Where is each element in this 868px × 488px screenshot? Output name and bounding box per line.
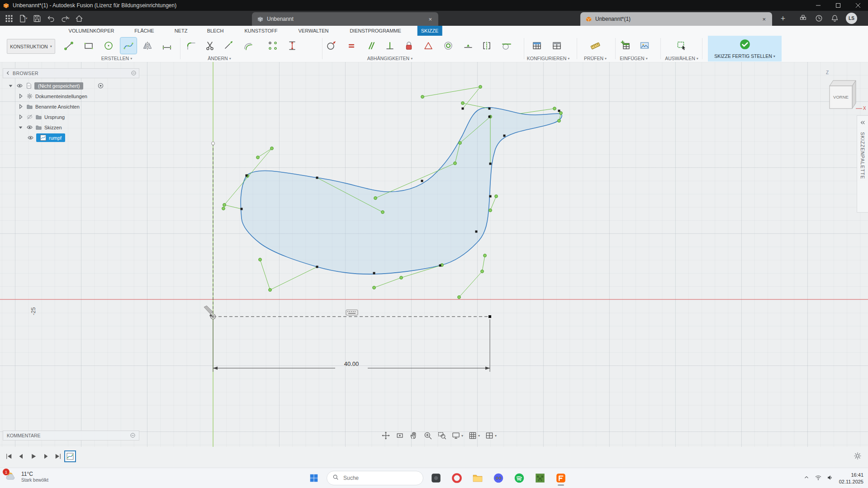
skip-start-button[interactable] — [5, 452, 14, 461]
tri-closed-icon[interactable] — [17, 114, 24, 120]
viewcube[interactable]: VORNEZX — [822, 67, 866, 116]
tri-open-icon[interactable] — [17, 124, 24, 131]
ribbon-tab-verwalten[interactable]: VERWALTEN — [294, 26, 332, 36]
chevron-up-icon[interactable] — [803, 474, 810, 483]
ribbon-tab-kunststoff[interactable]: KUNSTSTOFF — [241, 26, 281, 36]
search-input[interactable] — [342, 474, 403, 482]
discord-app-icon[interactable] — [490, 470, 507, 486]
close-button[interactable] — [848, 0, 868, 11]
fillet-tool-button[interactable] — [183, 38, 199, 54]
symmetry-constraint-button[interactable] — [479, 38, 495, 54]
document-tab[interactable]: Unbenannt× — [252, 12, 438, 26]
viewports-button[interactable]: ▾ — [485, 431, 497, 440]
taskbar-clock[interactable]: 16:41 02.11.2025 — [839, 472, 863, 485]
home-button[interactable] — [73, 12, 85, 24]
rect-tool-button[interactable] — [81, 38, 97, 54]
radio-icon[interactable] — [97, 82, 104, 89]
skip-end-button[interactable] — [53, 452, 62, 461]
tri-closed-icon[interactable] — [17, 103, 24, 110]
start-button[interactable] — [306, 470, 322, 486]
step-forward-button[interactable] — [41, 452, 50, 461]
minimize-button[interactable] — [808, 0, 828, 11]
file-explorer-app-icon[interactable] — [470, 470, 486, 486]
fix-constraint-button[interactable] — [420, 38, 436, 54]
row-label[interactable]: (Nicht gespeichert) — [34, 82, 83, 90]
group-label-prüfen[interactable]: PRÜFEN▾ — [584, 56, 607, 61]
document-tab[interactable]: Unbenannt*(1)× — [580, 12, 772, 26]
perpendicular-constraint-button[interactable] — [382, 38, 398, 54]
fit-button[interactable] — [395, 431, 404, 440]
play-button[interactable] — [29, 452, 38, 461]
minus-circle-icon[interactable] — [130, 433, 135, 439]
browser-row-ursprung[interactable]: Ursprung — [3, 112, 139, 122]
save-button[interactable] — [31, 12, 43, 24]
zoom-window-button[interactable] — [437, 431, 446, 440]
dim-tool-button[interactable] — [284, 38, 300, 54]
lock-constraint-button[interactable] — [401, 38, 417, 54]
eye-icon[interactable] — [16, 82, 23, 89]
ribbon-tab-fläche[interactable]: FLÄCHE — [131, 26, 157, 36]
tri-closed-icon[interactable] — [17, 93, 24, 99]
construction-dropdown[interactable]: KONSTRUKTION ▾ — [7, 39, 55, 54]
user-avatar[interactable]: LS — [846, 13, 857, 24]
group-label-abhängigkeiten[interactable]: ABHÄNGIGKEITEN▾ — [367, 56, 413, 61]
minecraft-app-icon[interactable] — [532, 470, 548, 486]
close-icon[interactable]: × — [427, 16, 433, 23]
sketch-icon[interactable] — [40, 134, 47, 141]
extensions-button[interactable] — [797, 12, 809, 24]
twopoint-tool-button[interactable] — [159, 38, 175, 54]
trim-tool-button[interactable] — [202, 38, 218, 54]
pattern-tool-button[interactable] — [265, 38, 281, 54]
select-tool-button[interactable] — [674, 38, 690, 54]
browser-row-rumpf[interactable]: rumpf — [3, 133, 139, 143]
group-label-konfigurieren[interactable]: KONFIGURIEREN▾ — [527, 56, 570, 61]
ribbon-tab-blech[interactable]: BLECH — [204, 26, 228, 36]
tangent-constraint-button[interactable] — [498, 38, 515, 54]
browser-row--nicht-gespeichert-[interactable]: (Nicht gespeichert) — [3, 81, 139, 91]
group-label-erstellen[interactable]: ERSTELLEN▾ — [101, 56, 132, 61]
grid9-button[interactable] — [3, 12, 15, 24]
browser-header[interactable]: BROWSER — [3, 68, 139, 78]
spotify-app-icon[interactable] — [511, 470, 527, 486]
eye-icon[interactable] — [27, 134, 34, 141]
grid-settings-button[interactable]: ▾ — [468, 431, 480, 440]
sketch-palette-tab[interactable]: SKIZZENPALETTE — [857, 115, 868, 213]
tri-open-icon[interactable] — [7, 82, 14, 89]
row-label[interactable]: rumpf — [36, 133, 65, 142]
pan-button[interactable] — [381, 431, 390, 440]
viewport-canvas[interactable]: 40.00-25 BROWSER (Nicht gespeichert)Doku… — [0, 62, 868, 447]
config-table-alt-button[interactable] — [549, 38, 565, 54]
line-tool-button[interactable] — [61, 38, 77, 54]
insert-table-button[interactable] — [617, 38, 634, 54]
timeline-settings-gear[interactable] — [854, 452, 862, 460]
notification-bell-button[interactable] — [829, 12, 841, 24]
minus-circle-icon[interactable] — [131, 71, 136, 76]
circle-dim-tool-button[interactable] — [323, 38, 339, 54]
document-icon[interactable] — [25, 82, 32, 89]
volume-icon[interactable] — [827, 474, 834, 483]
dark-app-app-icon[interactable] — [428, 470, 444, 486]
insert-image-button[interactable] — [636, 38, 653, 54]
hand-button[interactable] — [409, 431, 418, 440]
redo-button[interactable]: ▾ — [59, 12, 71, 24]
browser-row-benannte-ansichten[interactable]: Benannte Ansichten — [3, 101, 139, 112]
file-doc-button[interactable]: ▾ — [17, 12, 29, 24]
folder-icon[interactable] — [35, 124, 42, 131]
config-table-button[interactable] — [529, 38, 545, 54]
timeline-sketch-marker[interactable] — [64, 450, 76, 462]
mirror-tool-button[interactable] — [139, 38, 156, 54]
concentric-constraint-button[interactable] — [440, 38, 456, 54]
eye-off-icon[interactable] — [26, 114, 33, 120]
close-icon[interactable]: × — [761, 16, 767, 23]
undo-button[interactable] — [45, 12, 57, 24]
measure-tool-button[interactable] — [587, 38, 603, 54]
group-label-ändern[interactable]: ÄNDERN▾ — [208, 56, 231, 61]
fusion-app-icon[interactable] — [553, 470, 569, 486]
zoom-button[interactable] — [423, 431, 432, 440]
maximize-button[interactable] — [828, 0, 848, 11]
extend-tool-button[interactable] — [221, 38, 237, 54]
gear-icon[interactable] — [26, 93, 33, 99]
offset-tool-button[interactable] — [240, 38, 256, 54]
browser-row-dokumenteinstellungen[interactable]: Dokumenteinstellungen — [3, 91, 139, 101]
finish-sketch-button[interactable]: SKIZZE FERTIG STELLEN ▾ — [708, 36, 782, 62]
